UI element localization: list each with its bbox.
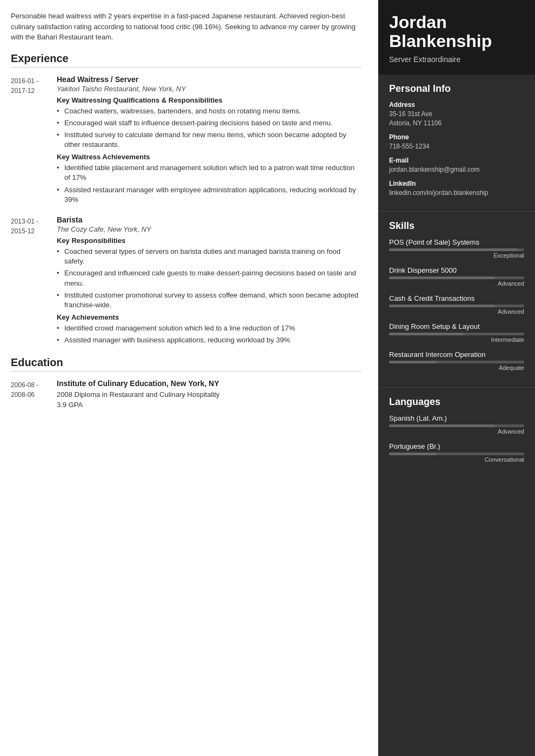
bullet-list: Coached waiters, waitresses, bartenders,… <box>57 106 362 150</box>
languages-title: Languages <box>389 396 524 408</box>
list-item: Encouraged wait staff to influence desse… <box>57 118 362 128</box>
company-name: Yakitori Taisho Restaurant, New York, NY <box>57 85 362 93</box>
subsection-title: Key Responsibilities <box>57 237 362 245</box>
bullet-list: Coached several types of servers on bari… <box>57 247 362 310</box>
education-content: Institute of Culinary Education, New Yor… <box>57 379 362 410</box>
list-item: Coached waiters, waitresses, bartenders,… <box>57 106 362 116</box>
subsection-title: Key Waitressing Qualifications & Respons… <box>57 96 362 104</box>
list-item: Encouraged and influenced cafe guests to… <box>57 268 362 288</box>
skill-level: Intermediate <box>389 336 524 343</box>
phone-block: Phone 718-555-1234 <box>389 133 524 151</box>
skill-block: Dining Room Setup & LayoutIntermediate <box>389 322 524 343</box>
subsection-title: Key Achievements <box>57 313 362 321</box>
skill-bar-fill <box>389 361 437 363</box>
language-level: Conversational <box>389 456 524 463</box>
address-block: Address 35-16 31st AveAstoria, NY 11106 <box>389 101 524 128</box>
skill-block: POS (Point of Sale) SystemsExceptional <box>389 238 524 259</box>
job-title: Head Waitress / Server <box>57 75 362 84</box>
bullet-list: Identified table placement and managemen… <box>57 163 362 205</box>
language-name: Spanish (Lat. Am.) <box>389 414 524 422</box>
education-date: 2006-08 -2008-06 <box>11 379 57 410</box>
linkedin-value: linkedin.com/in/jordan.blankenship <box>389 188 524 198</box>
address-value: 35-16 31st AveAstoria, NY 11106 <box>389 110 524 128</box>
right-column: JordanBlankenship Server Extraordinaire … <box>378 0 535 756</box>
skill-name: POS (Point of Sale) Systems <box>389 238 524 246</box>
skill-bar-fill <box>389 248 518 251</box>
skills-section: Skills POS (Point of Sale) SystemsExcept… <box>378 212 535 387</box>
skill-name: Restaurant Intercom Operation <box>389 350 524 359</box>
skills-list: POS (Point of Sale) SystemsExceptionalDr… <box>389 238 524 371</box>
job-title: Barista <box>57 215 362 224</box>
language-bar-background <box>389 424 524 427</box>
skill-block: Restaurant Intercom OperationAdequate <box>389 350 524 371</box>
list-item: Identified table placement and managemen… <box>57 163 362 183</box>
personal-info-section: Personal Info Address 35-16 31st AveAsto… <box>378 75 535 211</box>
experience-content: BaristaThe Cozy Cafe, New York, NYKey Re… <box>57 215 362 348</box>
experience-date: 2013-01 -2015-12 <box>11 215 57 348</box>
languages-list: Spanish (Lat. Am.)AdvancedPortuguese (Br… <box>389 414 524 463</box>
skills-title: Skills <box>389 220 524 232</box>
experience-content: Head Waitress / ServerYakitori Taisho Re… <box>57 75 362 207</box>
linkedin-label: LinkedIn <box>389 180 524 187</box>
personal-info-title: Personal Info <box>389 83 524 94</box>
experience-section-title: Experience <box>11 52 362 68</box>
candidate-name: JordanBlankenship <box>389 13 524 51</box>
language-level: Advanced <box>389 428 524 435</box>
skill-level: Exceptional <box>389 252 524 259</box>
skill-level: Advanced <box>389 308 524 315</box>
skill-block: Cash & Credit TransactionsAdvanced <box>389 294 524 315</box>
skill-level: Advanced <box>389 280 524 287</box>
list-item: Instituted customer promotional survey t… <box>57 291 362 310</box>
education-section-title: Education <box>11 356 362 372</box>
email-label: E-mail <box>389 157 524 164</box>
language-bar-fill <box>389 453 437 455</box>
skill-block: Drink Dispenser 5000Advanced <box>389 266 524 287</box>
skill-bar-background <box>389 248 524 251</box>
list-item: Assisted restaurant manager with employe… <box>57 185 362 205</box>
skill-bar-background <box>389 333 524 335</box>
education-detail: 2008 Diploma in Restaurant and Culinary … <box>57 389 362 400</box>
candidate-subtitle: Server Extraordinaire <box>389 55 524 64</box>
language-block: Spanish (Lat. Am.)Advanced <box>389 414 524 435</box>
language-bar-fill <box>389 424 494 427</box>
skill-bar-background <box>389 361 524 363</box>
skill-name: Dining Room Setup & Layout <box>389 322 524 330</box>
list-item: Instituted survey to calculate demand fo… <box>57 130 362 150</box>
skill-bar-background <box>389 305 524 307</box>
skill-bar-fill <box>389 333 464 335</box>
subsection-title: Key Waitress Achievements <box>57 153 362 161</box>
phone-label: Phone <box>389 133 524 141</box>
experience-list: 2016-01 -2017-12Head Waitress / ServerYa… <box>11 75 362 348</box>
skill-bar-background <box>389 276 524 279</box>
school-name: Institute of Culinary Education, New Yor… <box>57 379 362 388</box>
experience-entry: 2013-01 -2015-12BaristaThe Cozy Cafe, Ne… <box>11 215 362 348</box>
bullet-list: Identified crowd management solution whi… <box>57 323 362 345</box>
left-column: Personable head waitress with 2 years ex… <box>0 0 378 756</box>
education-list: 2006-08 -2008-06Institute of Culinary Ed… <box>11 379 362 410</box>
summary-text: Personable head waitress with 2 years ex… <box>11 11 362 43</box>
company-name: The Cozy Cafe, New York, NY <box>57 225 362 233</box>
skill-name: Cash & Credit Transactions <box>389 294 524 302</box>
language-name: Portuguese (Br.) <box>389 442 524 450</box>
skill-level: Adequate <box>389 364 524 371</box>
email-value: jordan.blankenship@gmail.com <box>389 165 524 174</box>
skill-name: Drink Dispenser 5000 <box>389 266 524 274</box>
list-item: Coached several types of servers on bari… <box>57 247 362 266</box>
skill-bar-fill <box>389 305 494 307</box>
list-item: Assisted manager with business applicati… <box>57 335 362 345</box>
address-label: Address <box>389 101 524 109</box>
language-bar-background <box>389 453 524 455</box>
education-detail: 3.9 GPA <box>57 400 362 410</box>
list-item: Identified crowd management solution whi… <box>57 323 362 333</box>
education-entry: 2006-08 -2008-06Institute of Culinary Ed… <box>11 379 362 410</box>
skill-bar-fill <box>389 276 494 279</box>
experience-entry: 2016-01 -2017-12Head Waitress / ServerYa… <box>11 75 362 207</box>
experience-date: 2016-01 -2017-12 <box>11 75 57 207</box>
phone-value: 718-555-1234 <box>389 142 524 151</box>
email-block: E-mail jordan.blankenship@gmail.com <box>389 157 524 174</box>
languages-section: Languages Spanish (Lat. Am.)AdvancedPort… <box>378 388 535 479</box>
language-block: Portuguese (Br.)Conversational <box>389 442 524 463</box>
linkedin-block: LinkedIn linkedin.com/in/jordan.blankens… <box>389 180 524 198</box>
right-header: JordanBlankenship Server Extraordinaire <box>378 0 535 75</box>
